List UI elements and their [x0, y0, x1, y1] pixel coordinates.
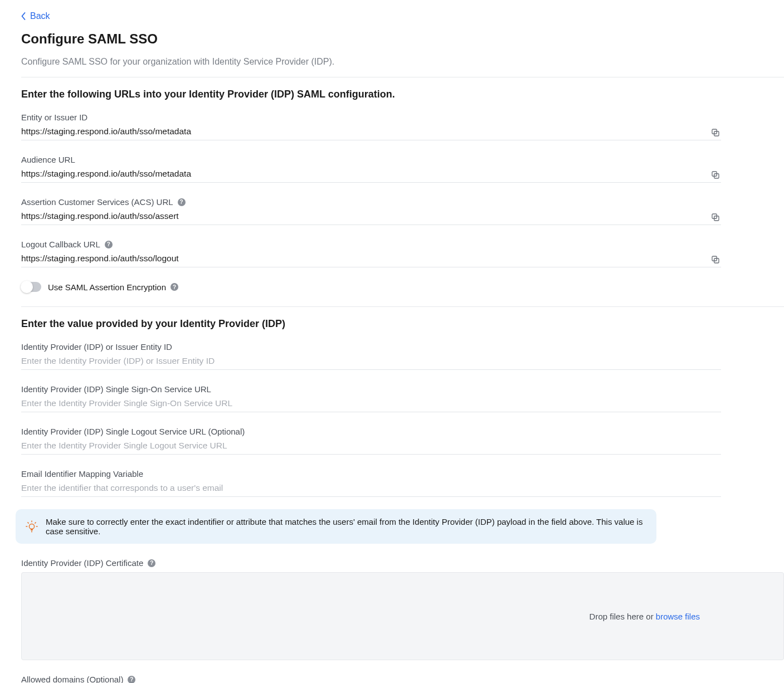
allowed-domains-label: Allowed domains (Optional) — [21, 675, 123, 683]
page-title: Configure SAML SSO — [21, 31, 784, 47]
section2-title: Enter the value provided by your Identit… — [21, 318, 784, 330]
encryption-toggle[interactable] — [21, 282, 41, 292]
svg-rect-9 — [31, 529, 33, 531]
field-idp-entity: Identity Provider (IDP) or Issuer Entity… — [21, 342, 784, 370]
lightbulb-icon — [26, 520, 38, 533]
entity-id-label: Entity or Issuer ID — [21, 113, 784, 122]
idp-entity-label: Identity Provider (IDP) or Issuer Entity… — [21, 342, 784, 352]
back-label: Back — [30, 11, 50, 21]
tip-text: Make sure to correctly enter the exact i… — [46, 517, 646, 536]
copy-icon[interactable] — [710, 127, 721, 138]
logout-url-value: https://staging.respond.io/auth/sso/logo… — [21, 253, 704, 264]
cert-dropzone[interactable]: Drop files here or browse files — [21, 572, 784, 660]
acs-url-value: https://staging.respond.io/auth/sso/asse… — [21, 211, 704, 221]
field-audience-url: Audience URL https://staging.respond.io/… — [21, 155, 784, 183]
entity-id-value: https://staging.respond.io/auth/sso/meta… — [21, 126, 704, 136]
section1-title: Enter the following URLs into your Ident… — [21, 89, 784, 100]
help-icon[interactable]: ? — [128, 676, 135, 684]
copy-icon[interactable] — [710, 254, 721, 265]
browse-files-link[interactable]: browse files — [656, 612, 700, 621]
encryption-toggle-row: Use SAML Assertion Encryption ? — [21, 282, 784, 292]
help-icon[interactable]: ? — [178, 198, 186, 206]
audience-url-label: Audience URL — [21, 155, 784, 164]
copy-icon[interactable] — [710, 212, 721, 223]
tip-banner: Make sure to correctly enter the exact i… — [16, 509, 656, 544]
field-acs-url: Assertion Customer Services (ACS) URL ? … — [21, 197, 784, 225]
field-idp-sso: Identity Provider (IDP) Single Sign-On S… — [21, 384, 784, 412]
help-icon[interactable]: ? — [171, 283, 178, 291]
help-icon[interactable]: ? — [148, 559, 155, 567]
idp-cert-label: Identity Provider (IDP) Certificate — [21, 558, 143, 568]
idp-slo-label: Identity Provider (IDP) Single Logout Se… — [21, 427, 784, 436]
help-icon[interactable]: ? — [105, 241, 113, 248]
email-map-input[interactable] — [21, 483, 721, 493]
encryption-toggle-label: Use SAML Assertion Encryption — [48, 282, 166, 292]
idp-entity-input[interactable] — [21, 356, 721, 366]
field-allowed-domains: Allowed domains (Optional) ? https://www… — [21, 675, 784, 683]
back-link[interactable]: Back — [21, 11, 50, 21]
field-idp-slo: Identity Provider (IDP) Single Logout Se… — [21, 427, 784, 455]
divider — [21, 77, 784, 77]
dropzone-text: Drop files here or browse files — [590, 612, 700, 621]
chevron-left-icon — [21, 12, 26, 20]
field-idp-cert: Identity Provider (IDP) Certificate ? Dr… — [21, 558, 784, 660]
field-entity-id: Entity or Issuer ID https://staging.resp… — [21, 113, 784, 140]
idp-sso-input[interactable] — [21, 398, 721, 408]
logout-url-label: Logout Callback URL — [21, 240, 100, 249]
audience-url-value: https://staging.respond.io/auth/sso/meta… — [21, 169, 704, 179]
idp-slo-input[interactable] — [21, 441, 721, 451]
field-email-map: Email Identifier Mapping Variable — [21, 469, 784, 497]
drop-text: Drop files here or — [590, 612, 656, 621]
acs-url-label: Assertion Customer Services (ACS) URL — [21, 197, 173, 207]
divider — [21, 306, 784, 307]
copy-icon[interactable] — [710, 169, 721, 180]
field-logout-url: Logout Callback URL ? https://staging.re… — [21, 240, 784, 267]
email-map-label: Email Identifier Mapping Variable — [21, 469, 784, 479]
page-subtitle: Configure SAML SSO for your organization… — [21, 57, 784, 67]
svg-point-8 — [29, 524, 34, 529]
idp-sso-label: Identity Provider (IDP) Single Sign-On S… — [21, 384, 784, 394]
